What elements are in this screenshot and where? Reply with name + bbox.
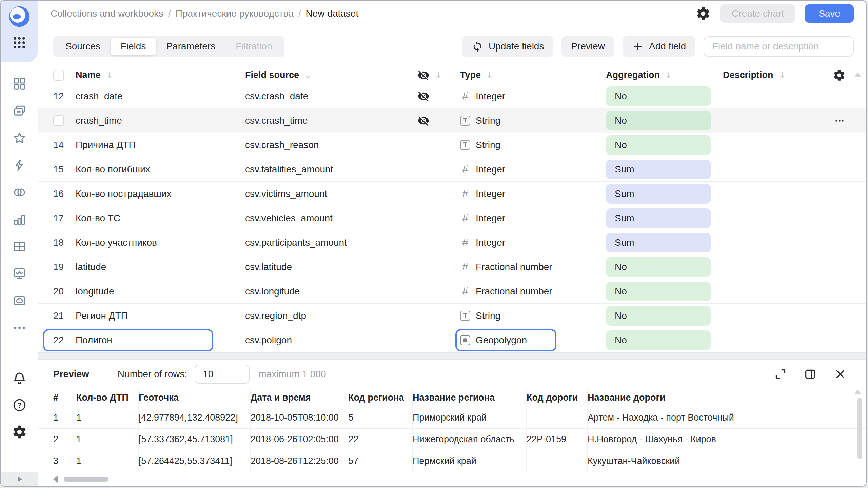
field-type-select[interactable]: #Integer [460,188,606,200]
sort-down-icon[interactable] [485,70,494,80]
sidebar-item-shortcuts[interactable] [12,158,27,172]
field-name-cell[interactable]: Регион ДТП [76,310,245,321]
aggregation-select[interactable]: No [606,330,711,350]
row-checkbox[interactable] [53,115,64,126]
preview-resize-handle[interactable] [38,352,866,360]
field-row[interactable]: 14Причина ДТПcsv.crash_reasonTStringNo [38,133,866,157]
preview-scrollbar-thumb[interactable] [857,398,862,459]
number-type-icon: # [460,212,470,224]
scroll-left-arrow-icon[interactable] [53,476,58,483]
aggregation-select[interactable]: No [606,135,711,155]
sort-down-icon[interactable] [434,70,443,80]
tab-fields[interactable]: Fields [111,38,156,55]
field-name-cell[interactable]: Кол-во участников [76,237,245,248]
side-panel-icon[interactable] [804,367,817,381]
aggregation-select[interactable]: Sum [606,208,711,228]
field-row[interactable]: 19latitudecsv.latitude#Fractional number… [38,255,866,279]
field-row[interactable]: crash_timecsv.crash_timeTStringNo [38,108,866,133]
expand-panel-icon[interactable] [14,473,25,485]
field-name-cell[interactable]: Причина ДТП [76,140,245,150]
field-name-cell[interactable]: Кол-во пострадавших [76,188,245,199]
field-name-cell[interactable]: longitude [76,286,245,297]
sidebar-item-charts[interactable] [12,212,27,227]
select-all-checkbox[interactable] [53,70,64,81]
sidebar-item-storage[interactable] [12,293,27,308]
datalens-logo-icon[interactable] [8,5,31,28]
field-type-select[interactable]: #Integer [460,163,606,176]
hidden-field-icon[interactable] [417,90,430,102]
column-header-field-source[interactable]: Field source [245,70,413,80]
sidebar-item-favorites[interactable] [12,131,27,145]
field-name-cell[interactable]: Кол-во погибших [76,164,245,175]
field-row[interactable]: 17Кол-во ТСcsv.vehicles_amount#IntegerSu… [38,206,866,230]
sidebar-item-notifications[interactable] [12,371,27,386]
horizontal-scrollbar-thumb[interactable] [64,477,108,482]
field-row[interactable]: 18Кол-во участниковcsv.participants_amou… [38,230,866,255]
table-settings-gear-icon[interactable] [833,69,846,82]
tab-parameters[interactable]: Parameters [156,38,225,55]
breadcrumb-item[interactable]: Практические руководства [176,8,294,19]
sidebar-item-dashboards[interactable] [12,77,27,91]
column-header-aggregation[interactable]: Aggregation [606,70,723,80]
field-search-input[interactable] [704,36,854,57]
dataset-settings-gear-icon[interactable] [696,6,711,21]
field-type-select[interactable]: #Integer [460,90,606,102]
hidden-field-icon[interactable] [417,115,430,127]
aggregation-select[interactable]: Sum [606,160,711,179]
field-name-cell[interactable]: Кол-во ТС [76,213,245,224]
sort-down-icon[interactable] [664,70,673,80]
sidebar-item-collections[interactable] [12,104,27,118]
field-type-select[interactable]: TString [460,115,606,126]
field-type-select[interactable]: #Integer [460,237,606,249]
maximize-preview-icon[interactable] [774,367,787,381]
field-name-cell[interactable]: crash_time [76,115,245,126]
field-type-select[interactable]: #Fractional number [460,261,606,273]
aggregation-select[interactable]: Sum [606,233,711,252]
sidebar-item-connections[interactable] [12,185,27,200]
field-row[interactable]: 20longitudecsv.longitude#Fractional numb… [38,279,866,304]
column-header-name[interactable]: Name [76,70,245,80]
column-header-visibility[interactable] [413,69,460,81]
field-row[interactable]: 12crash_datecsv.crash_date#IntegerNo [38,84,866,108]
aggregation-select[interactable]: No [606,86,711,106]
preview-button[interactable]: Preview [561,36,614,57]
sidebar-item-monitoring[interactable] [12,266,27,281]
tab-sources[interactable]: Sources [55,38,111,55]
field-row[interactable]: 22Полигонcsv.poligonGeopolygonNo [38,328,866,352]
save-button[interactable]: Save [805,4,854,23]
update-fields-button[interactable]: Update fields [462,36,553,57]
column-header-description[interactable]: Description [723,70,815,80]
fields-scroll-up-icon[interactable] [854,73,861,77]
field-name-cell[interactable]: crash_date [76,91,245,102]
add-field-button[interactable]: Add field [623,36,695,57]
aggregation-select[interactable]: No [606,111,711,130]
sort-down-icon[interactable] [105,70,114,80]
close-preview-icon[interactable] [833,367,847,381]
sidebar-item-settings[interactable] [12,424,27,440]
field-row[interactable]: 15Кол-во погибшихcsv.fatalities_amount#I… [38,157,866,182]
field-type-select[interactable]: #Integer [460,212,606,224]
sidebar-item-help[interactable]: ? [12,398,27,413]
rows-count-input[interactable] [195,365,250,384]
aggregation-select[interactable]: No [606,257,711,277]
sidebar-item-tables[interactable] [12,239,27,254]
field-row[interactable]: 21Регион ДТПcsv.region_dtpTStringNo [38,304,866,328]
apps-grid-icon[interactable] [12,35,27,50]
field-type-select[interactable]: #Fractional number [460,285,606,298]
aggregation-select[interactable]: Sum [606,184,711,204]
sort-down-icon[interactable] [777,70,787,80]
field-name-cell[interactable]: Полигон [76,335,245,346]
aggregation-select[interactable]: No [606,306,711,326]
breadcrumb-item[interactable]: Collections and workbooks [51,8,163,19]
row-menu-button[interactable] [833,115,846,127]
column-header-type[interactable]: Type [460,70,606,80]
preview-scroll-up-icon[interactable] [854,390,861,394]
field-row[interactable]: 16Кол-во пострадавшихcsv.victims_amount#… [38,182,866,206]
sort-down-icon[interactable] [303,70,313,80]
sidebar-item-more[interactable] [12,321,27,335]
field-name-cell[interactable]: latitude [76,262,245,272]
field-type-select[interactable]: TString [460,310,606,321]
field-type-select[interactable]: TString [460,140,606,150]
aggregation-select[interactable]: No [606,282,711,301]
field-type-select[interactable]: Geopolygon [460,335,606,346]
